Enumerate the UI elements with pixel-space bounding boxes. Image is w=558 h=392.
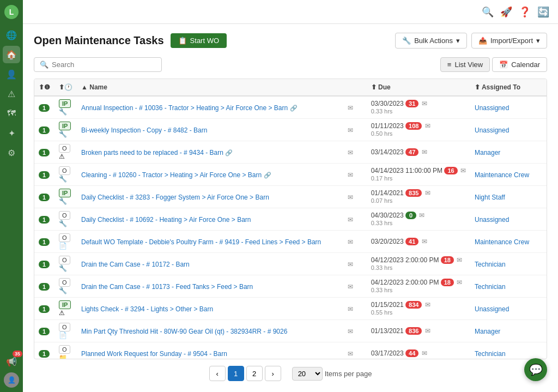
filter-icon: 🔧 <box>402 37 411 45</box>
announcements-button[interactable]: 📢 35 <box>3 353 20 370</box>
mail-icon: ✉ <box>425 301 430 309</box>
assigned-link[interactable]: Technician <box>475 283 506 291</box>
task-link[interactable]: Drain the Cam Case - # 10173 - Feed Tank… <box>81 283 253 291</box>
chat-widget[interactable]: 💬 <box>524 358 547 381</box>
type-cell: O ⚠ <box>54 141 77 164</box>
view-toggle: ≡ List View 📅 Calendar <box>440 57 547 72</box>
meta-cell: ✉ <box>334 208 367 231</box>
list-view-button[interactable]: ≡ List View <box>440 57 490 72</box>
task-link[interactable]: Cleaning - # 10260 - Tractor > Heating >… <box>81 171 262 179</box>
chevron-down-icon-2: ▾ <box>536 37 540 45</box>
assigned-cell: Manager <box>470 141 547 164</box>
import-export-button[interactable]: 📤 Import/Export ▾ <box>471 33 547 49</box>
overdue-badge: 47 <box>405 148 418 156</box>
assigned-link[interactable]: Manager <box>475 149 500 156</box>
search-box[interactable]: 🔍 <box>34 57 162 72</box>
task-icon: 🔧 <box>59 220 67 227</box>
type-cell: O 🔧 <box>54 275 77 298</box>
assigned-link[interactable]: Unassigned <box>475 104 509 112</box>
assigned-link[interactable]: Unassigned <box>475 216 509 224</box>
sidebar-item-globe[interactable]: 🌐 <box>3 26 20 44</box>
name-cell: Bi-weekly Inspection - Copy - # 8482 - B… <box>77 119 334 141</box>
task-link[interactable]: Min Part Qty Threshold Hit - 80W-90 Gear… <box>81 328 287 335</box>
task-link[interactable]: Daily Checklist - # 10692 - Heating > Ai… <box>81 216 251 224</box>
assigned-link[interactable]: Unassigned <box>475 126 509 134</box>
app-logo[interactable]: L <box>4 4 19 20</box>
page-2-button[interactable]: 2 <box>246 366 263 381</box>
next-page-button[interactable]: › <box>265 366 281 381</box>
assigned-link[interactable]: Night Staff <box>475 194 505 201</box>
mail-icon: ✉ <box>422 148 427 156</box>
type-tag: O <box>59 345 70 354</box>
assigned-link[interactable]: Technician <box>475 261 506 268</box>
type-cell: IP ⚠ <box>54 298 77 320</box>
task-link[interactable]: Daily Checklist - # 3283 - Fogger System… <box>81 194 269 201</box>
sidebar-item-map[interactable]: 🗺 <box>3 105 20 122</box>
meta-cell: ✉ <box>334 164 367 186</box>
task-icon: ⚠ <box>59 309 65 317</box>
due-cell: 04/14/2023 11:00:00 PM 16 ✉ 0.17 hrs <box>367 164 470 186</box>
assigned-cell: Technician <box>470 275 547 298</box>
assigned-cell: Unassigned <box>470 96 547 119</box>
sidebar-item-user[interactable]: 👤 <box>3 65 20 83</box>
name-cell: Cleaning - # 10260 - Tractor > Heating >… <box>77 164 334 186</box>
bulk-actions-button[interactable]: 🔧 Bulk Actions ▾ <box>395 33 467 49</box>
items-per-page-select[interactable]: 20 50 100 <box>292 367 323 381</box>
priority-badge: 1 <box>39 171 50 179</box>
mail-icon: ✉ <box>457 256 462 264</box>
sidebar-item-alert[interactable]: ⚠ <box>3 85 20 102</box>
overdue-badge: 44 <box>405 349 418 357</box>
task-icon: 📄 <box>59 331 67 339</box>
task-link[interactable]: Planned Work Request for Sunday - # 9504… <box>81 350 227 358</box>
prev-page-button[interactable]: ‹ <box>209 366 226 381</box>
search-input[interactable] <box>52 61 156 69</box>
priority-badge: 1 <box>39 328 50 335</box>
table-row: 1 O ⚠ Broken parts need to be replaced -… <box>34 141 547 164</box>
overdue-badge: 18 <box>441 256 454 264</box>
task-link[interactable]: Broken parts need to be replaced - # 943… <box>81 149 223 156</box>
assigned-cell: Technician <box>470 253 547 275</box>
mail-icon: ✉ <box>419 212 424 219</box>
sidebar-item-network[interactable]: ✦ <box>3 124 20 142</box>
table-row: 1 O 🔧 Drain the Cam Case - # 10172 - Bar… <box>34 253 547 275</box>
mail-icon: ✉ <box>425 327 430 335</box>
priority-cell: 1 <box>34 253 54 275</box>
col-due[interactable]: ⬆ Due <box>367 79 470 96</box>
task-link[interactable]: Drain the Cam Case - # 10172 - Barn <box>81 261 190 268</box>
page-1-button[interactable]: 1 <box>228 366 244 381</box>
name-cell: Planned Work Request for Sunday - # 9504… <box>77 342 334 360</box>
user-avatar[interactable]: 👤 <box>4 372 19 388</box>
task-link[interactable]: Annual Inspection - # 10036 - Tractor > … <box>81 104 288 112</box>
assigned-cell: Unassigned <box>470 119 547 141</box>
task-link[interactable]: Default WO Template - Debbie's Poultry F… <box>81 238 321 246</box>
rocket-icon[interactable]: 🚀 <box>500 6 512 18</box>
col-status2[interactable]: ⬆🕐 <box>54 79 77 96</box>
refresh-icon[interactable]: 🔄 <box>537 6 549 18</box>
assigned-link[interactable]: Maintenance Crew <box>475 171 529 179</box>
assigned-link[interactable]: Unassigned <box>475 305 509 313</box>
search-icon[interactable]: 🔍 <box>482 6 494 18</box>
sidebar-item-home[interactable]: 🏠 <box>3 46 20 63</box>
table-row: 1 O 📁 Planned Work Request for Sunday - … <box>34 342 547 360</box>
help-icon[interactable]: ❓ <box>519 6 531 18</box>
priority-badge: 1 <box>39 350 50 358</box>
type-tag: IP <box>59 99 71 108</box>
sidebar-item-settings[interactable]: ⚙ <box>3 144 20 161</box>
col-priority[interactable]: ⬆❶ <box>34 79 54 96</box>
due-cell: 01/14/2021 835 ✉ 0.07 hrs <box>367 186 470 208</box>
due-cell: 04/30/2023 0 ✉ 0.33 hrs <box>367 208 470 231</box>
assigned-link[interactable]: Manager <box>475 328 500 335</box>
assigned-cell: Technician <box>470 342 547 360</box>
priority-cell: 1 <box>34 141 54 164</box>
name-cell: Drain the Cam Case - # 10172 - Barn <box>77 253 334 275</box>
assigned-link[interactable]: Technician <box>475 350 506 358</box>
task-link[interactable]: Lights Check - # 3294 - Lights > Other >… <box>81 305 213 313</box>
col-name[interactable]: ▲ Name <box>77 79 334 96</box>
mail-icon: ✉ <box>457 279 462 286</box>
col-assigned[interactable]: ⬆ Assigned To <box>470 79 547 96</box>
task-link[interactable]: Bi-weekly Inspection - Copy - # 8482 - B… <box>81 126 207 134</box>
start-wo-button[interactable]: 📋 Start WO <box>171 33 227 48</box>
assigned-link[interactable]: Maintenance Crew <box>475 238 529 246</box>
email-icon: ✉ <box>348 238 353 246</box>
calendar-view-button[interactable]: 📅 Calendar <box>492 57 547 72</box>
